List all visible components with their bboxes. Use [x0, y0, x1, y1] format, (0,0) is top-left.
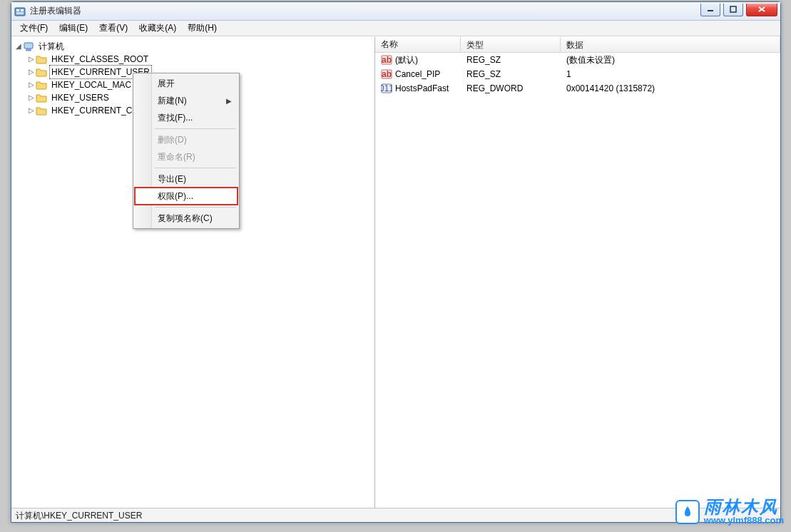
- context-menu: 展开 新建(N)▶ 查找(F)... 删除(D) 重命名(R) 导出(E) 权限…: [133, 73, 240, 229]
- expand-icon[interactable]: ▷: [27, 104, 36, 117]
- value-data: 0x00141420 (1315872): [561, 83, 780, 93]
- svg-rect-1: [16, 9, 19, 11]
- menu-favorites[interactable]: 收藏夹(A): [133, 21, 182, 36]
- ctx-rename: 重命名(R): [135, 148, 238, 165]
- tree-item-label: HKEY_CURRENT_C: [50, 104, 133, 117]
- split-panes: ◢ 计算机 ▷HKEY_CLASSES_ROOT▷HKEY_CURRENT_US…: [11, 36, 780, 508]
- ctx-copy-key-name[interactable]: 复制项名称(C): [135, 210, 238, 227]
- minimize-icon: [707, 6, 714, 13]
- computer-icon: [23, 41, 34, 52]
- tree-root-label: 计算机: [37, 40, 66, 53]
- ctx-separator: [155, 207, 236, 208]
- svg-rect-5: [730, 6, 736, 12]
- maximize-icon: [730, 6, 737, 13]
- window-title: 注册表编辑器: [30, 5, 700, 17]
- value-name: Cancel_PIP: [395, 69, 440, 79]
- ctx-separator: [155, 128, 236, 129]
- menu-bar: 文件(F) 编辑(E) 查看(V) 收藏夹(A) 帮助(H): [11, 21, 780, 36]
- registry-editor-window: 注册表编辑器 文件(F) 编辑(E) 查看(V) 收藏夹(A) 帮助(H): [11, 1, 781, 523]
- expand-icon[interactable]: ▷: [27, 78, 36, 91]
- tree-item-label: HKEY_CLASSES_ROOT: [50, 53, 150, 66]
- status-bar: 计算机\HKEY_CURRENT_USER: [11, 508, 780, 522]
- svg-rect-3: [16, 12, 24, 14]
- list-row[interactable]: ab(默认)REG_SZ(数值未设置): [375, 53, 780, 67]
- list-row[interactable]: abCancel_PIPREG_SZ1: [375, 67, 780, 81]
- values-pane: 名称 类型 数据 ab(默认)REG_SZ(数值未设置)abCancel_PIP…: [375, 37, 780, 508]
- value-type: REG_DWORD: [461, 83, 561, 93]
- list-header: 名称 类型 数据: [375, 37, 780, 53]
- tree-pane: ◢ 计算机 ▷HKEY_CLASSES_ROOT▷HKEY_CURRENT_US…: [11, 37, 375, 508]
- tree-root[interactable]: ◢ 计算机: [14, 40, 373, 53]
- title-bar: 注册表编辑器: [11, 2, 780, 21]
- folder-icon: [36, 105, 47, 116]
- svg-text:ab: ab: [382, 69, 392, 79]
- reg-dword-icon: 011: [381, 83, 392, 94]
- ctx-delete: 删除(D): [135, 131, 238, 148]
- collapse-icon[interactable]: ◢: [14, 40, 23, 53]
- menu-edit[interactable]: 编辑(E): [53, 21, 93, 36]
- svg-text:011: 011: [381, 83, 392, 93]
- svg-rect-2: [21, 9, 24, 11]
- regedit-icon: [14, 6, 26, 17]
- reg-sz-icon: ab: [381, 68, 392, 80]
- svg-text:ab: ab: [382, 55, 392, 65]
- svg-rect-8: [24, 43, 33, 48]
- folder-icon: [36, 79, 47, 91]
- ctx-separator: [155, 168, 236, 168]
- folder-icon: [36, 92, 47, 103]
- menu-help[interactable]: 帮助(H): [182, 21, 223, 36]
- menu-file[interactable]: 文件(F): [14, 21, 53, 36]
- svg-rect-9: [26, 49, 31, 51]
- maximize-button[interactable]: [723, 4, 743, 16]
- folder-icon: [36, 53, 47, 65]
- value-name: HostsPadFast: [395, 83, 449, 93]
- close-icon: [757, 6, 766, 13]
- expand-icon[interactable]: ▷: [27, 53, 36, 66]
- ctx-permissions[interactable]: 权限(P)...: [135, 188, 238, 205]
- status-path: 计算机\HKEY_CURRENT_USER: [16, 511, 142, 521]
- ctx-export[interactable]: 导出(E): [135, 170, 238, 188]
- ctx-find[interactable]: 查找(F)...: [135, 109, 238, 126]
- value-data: 1: [561, 69, 780, 79]
- value-name: (默认): [395, 54, 418, 66]
- ctx-new[interactable]: 新建(N)▶: [135, 92, 238, 109]
- minimize-button[interactable]: [700, 4, 720, 16]
- list-row[interactable]: 011HostsPadFastREG_DWORD0x00141420 (1315…: [375, 81, 780, 96]
- col-header-type[interactable]: 类型: [461, 37, 561, 52]
- submenu-arrow-icon: ▶: [226, 97, 232, 105]
- svg-rect-0: [15, 8, 25, 16]
- expand-icon[interactable]: ▷: [27, 66, 36, 78]
- close-button[interactable]: [746, 4, 777, 16]
- reg-sz-icon: ab: [381, 54, 392, 66]
- menu-view[interactable]: 查看(V): [93, 21, 133, 36]
- value-type: REG_SZ: [461, 69, 561, 79]
- ctx-expand[interactable]: 展开: [135, 75, 238, 92]
- tree-item[interactable]: ▷HKEY_CLASSES_ROOT: [27, 53, 373, 66]
- tree-item-label: HKEY_LOCAL_MAC: [50, 78, 133, 91]
- expand-icon[interactable]: ▷: [27, 91, 36, 104]
- value-data: (数值未设置): [561, 54, 780, 66]
- col-header-name[interactable]: 名称: [375, 37, 461, 52]
- list-body: ab(默认)REG_SZ(数值未设置)abCancel_PIPREG_SZ101…: [375, 53, 780, 508]
- col-header-data[interactable]: 数据: [561, 37, 780, 52]
- folder-icon: [36, 66, 47, 78]
- window-buttons: [700, 4, 777, 16]
- value-type: REG_SZ: [461, 55, 561, 65]
- tree-item-label: HKEY_USERS: [50, 91, 111, 104]
